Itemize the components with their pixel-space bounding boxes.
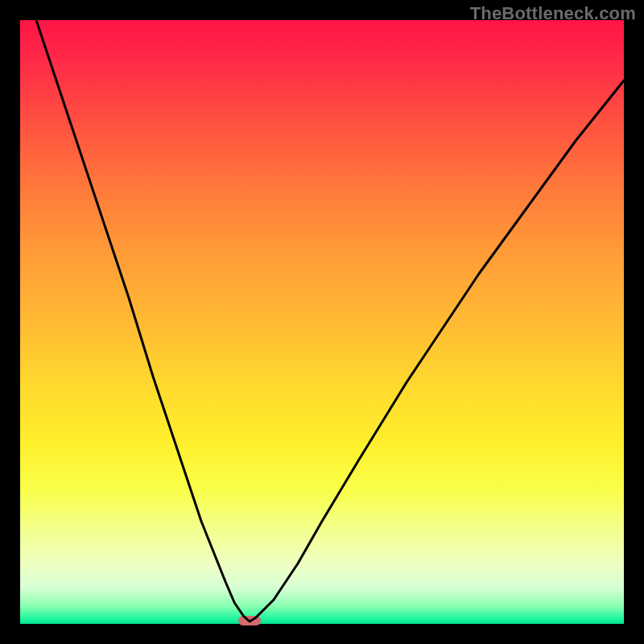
curve-path <box>20 20 624 621</box>
bottleneck-curve <box>20 20 624 624</box>
plot-inner <box>20 20 624 624</box>
plot-area <box>20 20 624 624</box>
attribution-text: TheBottleneck.com <box>470 3 636 24</box>
figure-root: TheBottleneck.com <box>0 0 644 644</box>
